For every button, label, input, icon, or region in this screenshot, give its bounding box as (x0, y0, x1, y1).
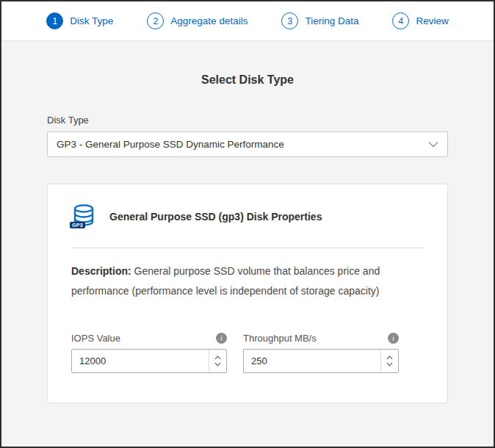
chevron-down-icon (386, 362, 393, 366)
throughput-input[interactable] (243, 349, 399, 373)
step-label: Aggregate details (170, 15, 248, 26)
info-icon[interactable]: i (388, 333, 399, 344)
throughput-stepper[interactable] (380, 350, 398, 372)
step-tiering-data[interactable]: 3 Tiering Data (281, 12, 358, 29)
throughput-field: Throughput MB/s i (243, 333, 399, 373)
performance-fields: IOPS Value i Throughput MB/s i (71, 333, 424, 373)
step-number-badge: 4 (392, 12, 409, 29)
chevron-up-icon (386, 355, 393, 360)
iops-field: IOPS Value i (71, 333, 227, 373)
card-heading: General Purpose SSD (gp3) Disk Propertie… (109, 211, 322, 223)
divider (71, 248, 424, 248)
step-number-badge: 2 (147, 12, 164, 29)
page-title: Select Disk Type (47, 73, 448, 87)
step-label: Disk Type (70, 15, 113, 26)
disk-type-selected-value: GP3 - General Purpose SSD Dynamic Perfor… (57, 139, 284, 150)
card-header: GP3 General Purpose SSD (gp3) Disk Prope… (71, 203, 424, 230)
disk-properties-card: GP3 General Purpose SSD (gp3) Disk Prope… (47, 184, 448, 403)
main-content: Select Disk Type Disk Type GP3 - General… (1, 73, 494, 403)
step-label: Review (416, 15, 448, 26)
iops-label: IOPS Value (71, 333, 120, 344)
iops-stepper[interactable] (209, 350, 226, 372)
wizard-window: 1 Disk Type 2 Aggregate details 3 Tierin… (0, 0, 495, 448)
gp3-database-icon: GP3 (71, 203, 98, 230)
step-number-badge: 1 (46, 12, 63, 29)
wizard-stepper: 1 Disk Type 2 Aggregate details 3 Tierin… (1, 1, 494, 41)
description-text: Description: General purpose SSD volume … (71, 261, 405, 302)
gp3-badge: GP3 (70, 222, 85, 228)
chevron-up-icon (214, 355, 221, 360)
step-disk-type[interactable]: 1 Disk Type (46, 12, 113, 29)
disk-type-label: Disk Type (47, 115, 448, 126)
step-number-badge: 3 (281, 12, 298, 29)
chevron-down-icon (428, 141, 438, 148)
disk-type-select[interactable]: GP3 - General Purpose SSD Dynamic Perfor… (47, 131, 448, 157)
throughput-label: Throughput MB/s (243, 333, 317, 344)
info-icon[interactable]: i (216, 333, 227, 344)
step-label: Tiering Data (305, 15, 358, 26)
chevron-down-icon (214, 362, 221, 366)
description-label: Description: (71, 265, 131, 277)
step-review[interactable]: 4 Review (392, 12, 448, 29)
step-aggregate-details[interactable]: 2 Aggregate details (147, 12, 248, 29)
iops-input[interactable] (71, 349, 227, 373)
